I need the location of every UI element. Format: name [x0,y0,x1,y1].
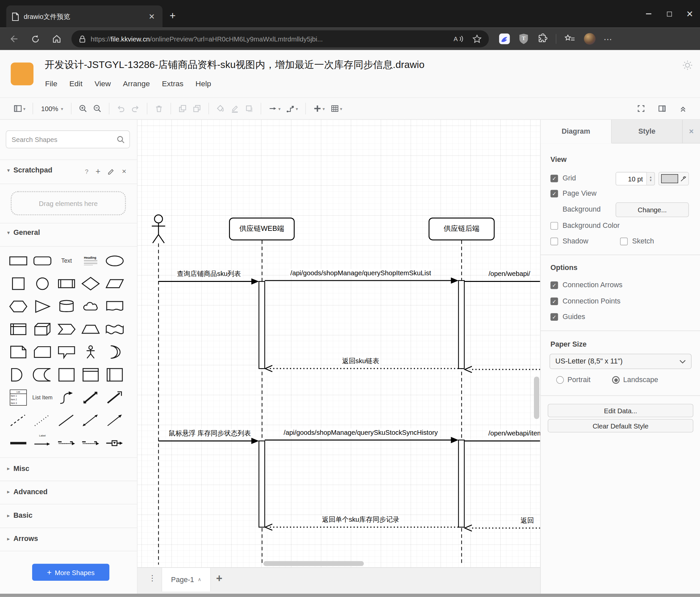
landscape-radio[interactable] [612,376,620,384]
shape-search-box[interactable] [6,130,130,148]
shape-parallelogram[interactable] [103,272,127,295]
page-tab[interactable]: Page-1 ∧ [162,568,211,591]
zoom-in-icon[interactable] [79,104,88,113]
shape-cloud[interactable] [79,295,103,318]
shape-list-item[interactable]: List Item [30,386,55,409]
extensions-puzzle-icon[interactable] [537,33,548,44]
portrait-radio[interactable] [556,376,564,384]
message-label[interactable]: /api/goods/shopManage/querySkuStockSyncH… [282,429,439,436]
shape-labeled-arrow[interactable] [79,431,103,454]
more-shapes-button[interactable]: + More Shapes [32,564,109,581]
scratchpad-edit-icon[interactable] [108,168,115,175]
delete-icon[interactable] [155,104,164,113]
shadow-icon[interactable] [245,104,254,113]
sketch-checkbox[interactable] [620,238,628,245]
message-label[interactable]: /open/webapi/ [487,270,532,278]
message-label[interactable]: 返回sku链表 [341,357,380,365]
shape-process[interactable] [54,272,79,295]
shape-internal-storage[interactable] [6,318,30,341]
redo-icon[interactable] [131,104,140,113]
shape-container-title[interactable] [79,363,103,386]
paper-size-select[interactable]: US-Letter (8,5" x 11") [550,354,691,369]
message-label[interactable]: /open/webapi/item [487,429,540,437]
shape-trapezoid[interactable] [79,318,103,341]
shape-heading[interactable]: Heading [79,249,103,272]
line-color-icon[interactable] [231,104,240,113]
shape-rect[interactable] [6,249,30,272]
close-icon[interactable]: ✕ [147,11,157,22]
shape-dotted-line[interactable] [30,409,55,431]
to-back-icon[interactable] [193,104,201,113]
search-input[interactable] [10,135,116,144]
back-icon[interactable] [6,31,22,46]
page-view-checkbox[interactable] [551,190,558,197]
page-view-icon[interactable]: ▾ [13,104,25,113]
message-label[interactable]: /api/goods/shopManage/queryShopItemSkuLi… [289,269,432,277]
lifeline-box-web[interactable]: 供应链WEB端 [229,218,295,240]
shape-card[interactable] [30,340,55,363]
shape-thin-arrow[interactable] [103,409,127,431]
diagram-canvas[interactable]: 供应链WEB端 供应链后端 查询店铺商品sku列表 /api/goods/sho… [138,120,540,568]
minimize-icon[interactable] [639,4,659,24]
shape-and[interactable] [6,363,30,386]
favorite-star-icon[interactable] [472,34,481,44]
close-panel-icon[interactable]: × [682,120,700,143]
clear-default-style-button[interactable]: Clear Default Style [548,419,693,432]
shape-line[interactable] [54,409,79,431]
shape-container[interactable] [54,363,79,386]
edit-data-button[interactable]: Edit Data... [548,404,693,417]
browser-tab[interactable]: drawio文件预览 ✕ [6,5,162,27]
guides-checkbox[interactable] [551,313,558,321]
grid-color-button[interactable] [658,172,689,185]
grid-checkbox[interactable] [551,175,558,183]
scratchpad-drop-area[interactable]: Drag elements here [10,191,126,215]
shape-dashed-arrow-label[interactable] [54,431,79,454]
connection-icon[interactable]: ▾ [269,104,280,113]
close-window-icon[interactable]: ✕ [679,4,700,24]
section-advanced[interactable]: ▸ Advanced [7,488,48,496]
scratchpad-help-icon[interactable]: ? [85,168,89,175]
shape-link[interactable] [6,431,30,454]
shape-arrow-box[interactable] [103,431,127,454]
add-page-icon[interactable]: + [216,572,222,585]
tampermonkey-extension-icon[interactable]: T [518,33,529,45]
shape-document[interactable] [103,295,127,318]
section-arrows[interactable]: ▸ Arrows [7,535,38,543]
shape-arrow-label[interactable]: Label [30,431,55,454]
shape-tape[interactable] [103,318,127,341]
zoom-out-icon[interactable] [93,104,102,113]
connection-points-checkbox[interactable] [551,297,558,305]
to-front-icon[interactable] [178,104,187,113]
table-icon[interactable]: ▾ [330,104,342,113]
zoom-level-dropdown[interactable]: 100%▾ [41,105,63,113]
shape-arrow-shape[interactable] [103,386,127,409]
grid-size-stepper[interactable]: ▲▼ [647,172,655,185]
scratchpad-close-icon[interactable]: × [122,167,126,176]
connection-arrows-checkbox[interactable] [551,282,558,289]
menu-file[interactable]: File [45,79,57,89]
shape-ellipse[interactable] [103,249,127,272]
waypoints-icon[interactable]: ▾ [286,104,298,113]
shape-text[interactable]: Text [54,249,79,272]
insert-icon[interactable]: ▾ [313,104,325,113]
shape-or[interactable] [103,340,127,363]
shape-square[interactable] [6,272,30,295]
section-general[interactable]: ▾ General [7,229,40,237]
maximize-icon[interactable] [659,4,679,24]
shape-circle[interactable] [30,272,55,295]
theme-toggle-icon[interactable] [682,60,693,72]
scratchpad-add-icon[interactable]: + [96,167,100,176]
lifeline-box-backend[interactable]: 供应链后端 [429,218,495,240]
message-label[interactable]: 鼠标悬浮 库存同步状态列表 [167,429,252,438]
message-label[interactable]: 返回单个sku库存同步记录 [321,516,401,524]
home-icon[interactable] [49,31,64,46]
section-basic[interactable]: ▸ Basic [7,511,32,519]
collections-icon[interactable] [565,34,576,44]
read-aloud-icon[interactable]: A [453,34,465,44]
fill-color-icon[interactable] [217,104,225,113]
shape-cube[interactable] [30,318,55,341]
horizontal-scrollbar[interactable] [264,561,364,566]
format-panel-icon[interactable] [657,104,667,113]
shape-callout[interactable] [54,340,79,363]
grid-size-input[interactable]: 10 pt [616,172,647,185]
